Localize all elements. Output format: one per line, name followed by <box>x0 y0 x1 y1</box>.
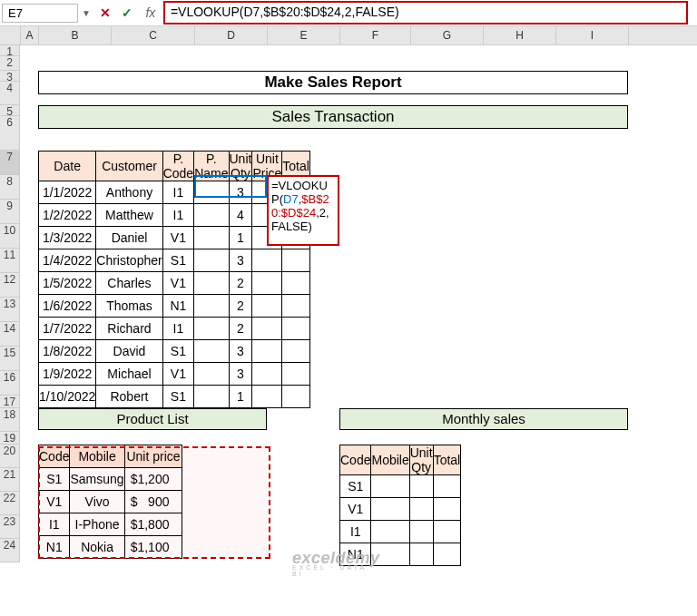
cell[interactable] <box>194 204 229 227</box>
cell[interactable]: $ <box>124 536 137 559</box>
row-header[interactable]: 22 <box>0 492 20 515</box>
formula-input[interactable]: =VLOOKUP(D7,$B$20:$D$24,2,FALSE) <box>163 1 688 24</box>
col-header[interactable]: F <box>340 26 411 44</box>
cell[interactable]: I1 <box>39 513 70 536</box>
cell[interactable]: 1/9/2022 <box>39 363 96 386</box>
cell[interactable] <box>282 386 310 408</box>
cell[interactable]: 1 <box>229 227 252 249</box>
row-header[interactable]: 19 <box>0 432 20 445</box>
cell[interactable] <box>282 295 310 318</box>
cell[interactable]: David <box>96 340 162 363</box>
cell[interactable]: $ <box>124 513 137 536</box>
cell[interactable]: 4 <box>229 204 252 227</box>
cell[interactable]: Robert <box>96 386 162 408</box>
row-header[interactable]: 1 <box>0 45 20 56</box>
cell[interactable]: 1,100 <box>137 536 182 559</box>
cell[interactable] <box>252 318 282 340</box>
cell[interactable]: 1/1/2022 <box>39 181 96 204</box>
cell[interactable] <box>252 386 282 408</box>
name-box[interactable]: E7 <box>2 4 78 23</box>
row-header[interactable]: 15 <box>0 347 20 371</box>
row-header[interactable]: 21 <box>0 468 20 492</box>
cell[interactable]: V1 <box>39 491 70 513</box>
cell[interactable] <box>433 543 461 566</box>
cell[interactable] <box>252 340 282 363</box>
cell[interactable] <box>371 521 409 543</box>
cell[interactable]: 3 <box>229 363 252 386</box>
col-header[interactable]: D <box>195 26 268 44</box>
row-header[interactable]: 16 <box>0 371 20 396</box>
cell[interactable] <box>252 295 282 318</box>
cell[interactable]: Matthew <box>96 204 162 227</box>
cell[interactable] <box>194 386 229 408</box>
cell[interactable]: Richard <box>96 318 162 340</box>
row-header[interactable]: 7 <box>0 151 20 175</box>
cell[interactable]: V1 <box>162 227 193 249</box>
cell[interactable]: I-Phone <box>70 513 124 536</box>
cell[interactable]: S1 <box>162 249 193 272</box>
cell[interactable]: 3 <box>229 249 252 272</box>
cell[interactable] <box>194 363 229 386</box>
cell[interactable]: 1/2/2022 <box>39 204 96 227</box>
enter-icon[interactable]: ✓ <box>116 5 138 20</box>
cell[interactable] <box>282 272 310 295</box>
cell[interactable] <box>433 521 461 543</box>
cell[interactable]: 1,800 <box>137 513 182 536</box>
cell[interactable]: Samsung <box>70 468 124 491</box>
cell[interactable]: I1 <box>162 204 193 227</box>
cell[interactable] <box>252 363 282 386</box>
row-header[interactable]: 8 <box>0 175 20 200</box>
cell[interactable]: 1/6/2022 <box>39 295 96 318</box>
col-header[interactable]: A <box>21 26 39 44</box>
cell[interactable]: 1/7/2022 <box>39 318 96 340</box>
row-header[interactable]: 24 <box>0 539 20 562</box>
col-header[interactable]: H <box>484 26 556 44</box>
cell[interactable]: 900 <box>137 491 182 513</box>
cell[interactable]: 1/10/2022 <box>39 386 96 408</box>
cell[interactable] <box>194 340 229 363</box>
cell[interactable]: S1 <box>162 340 193 363</box>
worksheet[interactable]: 1 2 3 4 5 6 7 8 9 10 11 12 13 14 15 16 1… <box>0 45 697 616</box>
row-header[interactable]: 17 <box>0 396 20 408</box>
cell[interactable] <box>194 227 229 249</box>
cell[interactable]: 1 <box>229 386 252 408</box>
cell[interactable]: I1 <box>162 181 193 204</box>
cell[interactable] <box>409 521 433 543</box>
row-header[interactable]: 20 <box>0 445 20 468</box>
cell[interactable] <box>282 249 310 272</box>
row-header[interactable]: 9 <box>0 200 20 224</box>
cell[interactable] <box>433 475 461 498</box>
cell[interactable]: $ <box>124 468 137 491</box>
cell[interactable]: 1/3/2022 <box>39 227 96 249</box>
cell[interactable] <box>194 181 229 204</box>
row-header[interactable]: 11 <box>0 249 20 273</box>
row-header[interactable]: 12 <box>0 273 20 298</box>
row-header[interactable]: 2 <box>0 56 20 71</box>
cell[interactable] <box>282 340 310 363</box>
cell[interactable]: Daniel <box>96 227 162 249</box>
cell[interactable] <box>282 363 310 386</box>
cell[interactable] <box>433 498 461 521</box>
row-header[interactable]: 4 <box>0 82 20 105</box>
col-header[interactable]: I <box>556 26 629 44</box>
row-header[interactable]: 3 <box>0 71 20 82</box>
cell[interactable]: V1 <box>340 498 371 521</box>
cell[interactable]: S1 <box>162 386 193 408</box>
cell[interactable]: $ <box>124 491 137 513</box>
col-header[interactable]: C <box>112 26 195 44</box>
cell-editor[interactable]: =VLOOKUP(D7,$B$20:$D$24,2,FALSE) <box>267 175 339 246</box>
cell[interactable] <box>194 272 229 295</box>
cell[interactable] <box>409 543 433 566</box>
fx-icon[interactable]: fx <box>138 5 163 20</box>
cell[interactable] <box>252 249 282 272</box>
col-header[interactable]: B <box>39 26 112 44</box>
cell[interactable] <box>252 272 282 295</box>
cell[interactable]: Christopher <box>96 249 162 272</box>
row-header[interactable]: 6 <box>0 116 20 151</box>
row-header[interactable]: 14 <box>0 322 20 347</box>
namebox-dropdown-icon[interactable]: ▼ <box>78 8 94 18</box>
cell[interactable]: 2 <box>229 272 252 295</box>
cell[interactable]: Michael <box>96 363 162 386</box>
cell[interactable]: Anthony <box>96 181 162 204</box>
cell[interactable]: 1/5/2022 <box>39 272 96 295</box>
